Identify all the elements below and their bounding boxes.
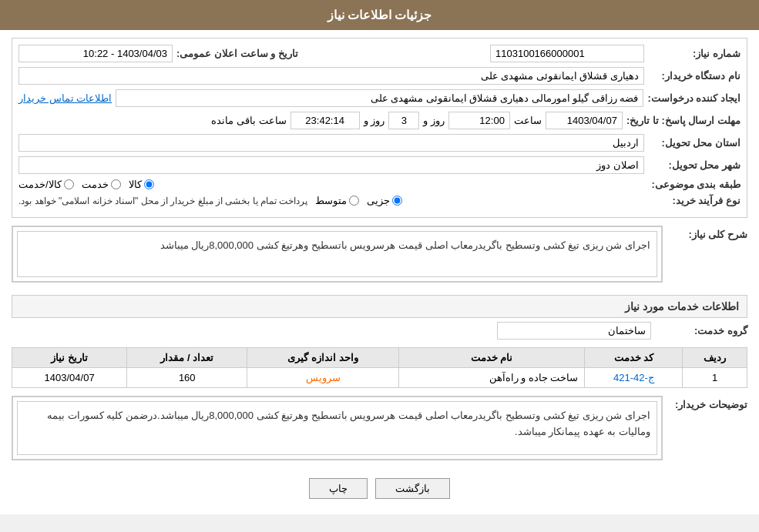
buyer-notes-section: توضیحات خریدار: اجرای شن ریزی تیغ کشی وت… — [12, 396, 747, 467]
purchase-jozi-item: جزیی — [367, 195, 402, 206]
category-radio-group: کالا خدمت کالا/خدمت — [18, 179, 644, 190]
deadline-time-label: ساعت — [514, 115, 542, 126]
print-button[interactable]: چاپ — [309, 478, 368, 499]
description-section: شرح کلی نیاز: اجرای شن ریزی تیغ کشی وتسط… — [12, 226, 747, 289]
category-both-radio[interactable] — [64, 179, 74, 189]
category-row: طبقه بندی موضوعی: کالا خدمت کالا/خدمت — [18, 179, 741, 190]
cell-name: ساخت جاده و راه‌آهن — [398, 368, 584, 388]
creator-row: ایجاد کننده درخواست: فضه رزاقی گیلو امور… — [18, 89, 741, 107]
services-table: ردیف کد خدمت نام خدمت واحد اندازه گیری ت… — [12, 347, 747, 388]
table-row: 1 ج-42-421 ساخت جاده و راه‌آهن سرویس 160… — [12, 368, 747, 388]
category-kala-radio[interactable] — [144, 179, 154, 189]
creator-value: فضه رزاقی گیلو امورمالی دهیاری قشلاق ایم… — [116, 89, 643, 107]
deadline-row: مهلت ارسال پاسخ: تا تاریخ: 1403/04/07 سا… — [18, 112, 741, 129]
buyer-notes-value: اجرای شن ریزی تیغ کشی وتسطیح باگریدرمعاب… — [17, 401, 657, 455]
cell-date: 1403/04/07 — [12, 368, 127, 388]
table-header-row: ردیف کد خدمت نام خدمت واحد اندازه گیری ت… — [12, 348, 747, 368]
category-kala-label: کالا — [129, 179, 142, 190]
col-name: نام خدمت — [398, 348, 584, 368]
purchase-note: پرداخت تمام یا بخشی از مبلغ خریدار از مح… — [18, 196, 307, 206]
col-code: کد خدمت — [585, 348, 683, 368]
buyer-notes-label: توضیحات خریدار: — [670, 396, 747, 410]
cell-code: ج-42-421 — [585, 368, 683, 388]
purchase-motavasset-radio[interactable] — [349, 196, 359, 206]
city-value: اصلان دوز — [18, 156, 644, 174]
back-button[interactable]: بازگشت — [375, 478, 450, 499]
col-qty: تعداد / مقدار — [127, 348, 247, 368]
purchase-radio-group: جزیی متوسط پرداخت تمام یا بخشی از مبلغ خ… — [18, 195, 644, 206]
col-date: تاریخ نیاز — [12, 348, 127, 368]
category-kala-item: کالا — [129, 179, 154, 190]
deadline-remaining: 23:42:14 — [291, 112, 360, 129]
services-table-section: ردیف کد خدمت نام خدمت واحد اندازه گیری ت… — [12, 347, 747, 388]
purchase-motavasset-label: متوسط — [315, 195, 347, 206]
page-title: جزئیات اطلاعات نیاز — [327, 8, 432, 22]
deadline-remaining-label: ساعت باقی مانده — [211, 115, 286, 126]
service-group-label: گروه خدمت: — [655, 325, 747, 336]
description-label: شرح کلی نیاز: — [670, 226, 747, 240]
province-value: اردبیل — [18, 134, 644, 152]
col-row-num: ردیف — [683, 348, 747, 368]
buyer-notes-inner: اجرای شن ریزی تیغ کشی وتسطیح باگریدرمعاب… — [12, 396, 663, 460]
category-khadamat-label: خدمت — [82, 179, 109, 190]
category-both-item: کالا/خدمت — [18, 179, 74, 190]
deadline-remaining-label-pre: روز و — [364, 115, 385, 126]
city-row: شهر محل تحویل: اصلان دوز — [18, 156, 741, 174]
creator-label: ایجاد کننده درخواست: — [647, 92, 741, 104]
description-value: اجرای شن ریزی تیغ کشی وتسطیح باگریدرمعاب… — [17, 231, 657, 277]
need-number-label: شماره نیاز: — [648, 48, 741, 59]
cell-unit: سرویس — [247, 368, 399, 388]
announce-label: تاریخ و ساعت اعلان عمومی: — [176, 48, 298, 59]
top-info-section: شماره نیاز: 1103100166000001 تاریخ و ساع… — [12, 38, 747, 218]
city-label: شهر محل تحویل: — [648, 159, 741, 171]
description-wrapper: اجرای شن ریزی تیغ کشی وتسطیح باگریدرمعاب… — [12, 226, 663, 289]
announce-value: 1403/04/03 - 10:22 — [18, 45, 173, 62]
service-group-row: گروه خدمت: ساختمان — [12, 322, 747, 340]
service-group-value: ساختمان — [497, 322, 651, 340]
buyer-org-value: دهیاری قشلاق ایمانقوئی مشهدی علی — [18, 67, 644, 85]
need-number-value: 1103100166000001 — [490, 45, 644, 62]
need-number-row: شماره نیاز: 1103100166000001 تاریخ و ساع… — [18, 45, 741, 62]
contact-link[interactable]: اطلاعات تماس خریدار — [18, 92, 112, 104]
purchase-jozi-radio[interactable] — [392, 196, 402, 206]
category-both-label: کالا/خدمت — [18, 179, 62, 190]
province-label: استان محل تحویل: — [648, 137, 741, 149]
deadline-date: 1403/04/07 — [546, 112, 623, 129]
buyer-org-row: نام دستگاه خریدار: دهیاری قشلاق ایمانقوئ… — [18, 67, 741, 85]
province-row: استان محل تحویل: اردبیل — [18, 134, 741, 152]
cell-qty: 160 — [127, 368, 247, 388]
purchase-jozi-label: جزیی — [367, 195, 390, 206]
category-khadamat-item: خدمت — [82, 179, 121, 190]
content-area: شماره نیاز: 1103100166000001 تاریخ و ساع… — [0, 30, 759, 514]
description-inner: اجرای شن ریزی تیغ کشی وتسطیح باگریدرمعاب… — [12, 226, 663, 283]
purchase-motavasset-item: متوسط — [315, 195, 359, 206]
col-unit: واحد اندازه گیری — [247, 348, 399, 368]
buyer-notes-wrapper: اجرای شن ریزی تیغ کشی وتسطیح باگریدرمعاب… — [12, 396, 663, 467]
deadline-label: مهلت ارسال پاسخ: تا تاریخ: — [626, 115, 741, 126]
services-title: اطلاعات خدمات مورد نیاز — [12, 295, 747, 318]
cell-row-num: 1 — [683, 368, 747, 388]
page-wrapper: جزئیات اطلاعات نیاز شماره نیاز: 11031001… — [0, 0, 759, 514]
purchase-type-label: نوع فرآیند خرید: — [648, 195, 741, 206]
action-buttons-row: بازگشت چاپ — [12, 478, 747, 499]
deadline-time: 12:00 — [448, 112, 510, 129]
deadline-days-label: روز و — [423, 115, 445, 126]
purchase-type-row: نوع فرآیند خرید: جزیی متوسط پرداخت تمام … — [18, 195, 741, 206]
category-label: طبقه بندی موضوعی: — [648, 179, 741, 190]
page-header: جزئیات اطلاعات نیاز — [0, 0, 759, 30]
buyer-org-label: نام دستگاه خریدار: — [648, 70, 741, 82]
category-khadamat-radio[interactable] — [111, 179, 121, 189]
deadline-days: 3 — [388, 112, 419, 129]
